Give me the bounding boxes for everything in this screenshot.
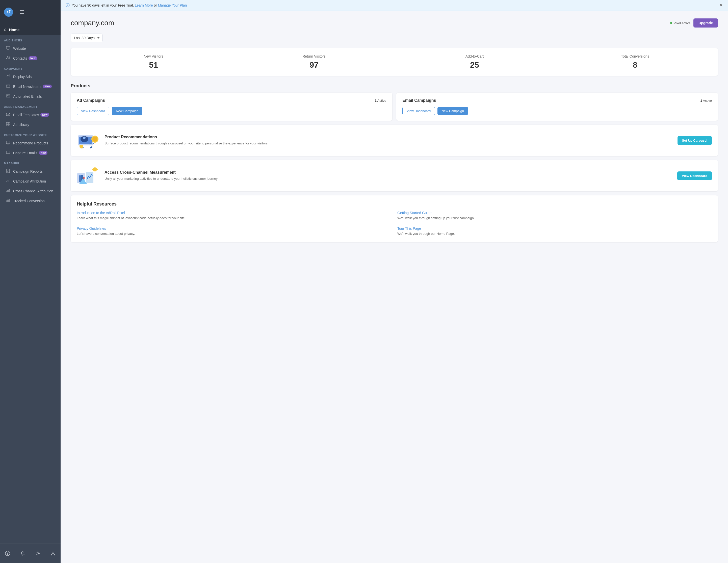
resource-item-3: Tour This Page We'll walk you through ou… — [397, 226, 712, 236]
close-banner-button[interactable]: ✕ — [719, 3, 723, 8]
manage-plan-link[interactable]: Manage Your Plan — [158, 3, 187, 7]
svg-point-23 — [52, 552, 54, 554]
sidebar-cross-channel-label: Cross Channel Attribution — [13, 189, 53, 193]
resource-desc-0: Learn what this magic snippet of javascr… — [77, 216, 391, 220]
trial-banner: ⓘ You have 90 days left in your Free Tri… — [61, 0, 728, 11]
resource-item-0: Introduction to the AdRoll Pixel Learn w… — [77, 211, 391, 220]
resource-link-2[interactable]: Privacy Guidelines — [77, 226, 391, 231]
sidebar-item-campaign-reports[interactable]: Campaign Reports — [2, 167, 59, 176]
products-section-title: Products — [71, 83, 718, 89]
resource-item-2: Privacy Guidelines Let's have a conversa… — [77, 226, 391, 236]
sidebar-item-email-newsletters[interactable]: Email Newsletters New — [2, 82, 59, 91]
sidebar-item-automated-emails[interactable]: Automated Emails — [2, 92, 59, 101]
learn-more-link[interactable]: Learn More — [135, 3, 153, 7]
sidebar-item-home[interactable]: ⌂ Home — [0, 24, 61, 35]
help-icon-button[interactable] — [2, 548, 13, 559]
cross-channel-desc: Unify all your marketing activities to u… — [105, 176, 672, 181]
ad-campaigns-actions: View Dashboard New Campaign — [77, 107, 386, 115]
svg-point-3 — [9, 75, 10, 75]
stat-total-conversions-label: Total Conversions — [560, 54, 710, 58]
upgrade-button[interactable]: Upgrade — [693, 18, 718, 28]
svg-rect-33 — [79, 176, 81, 182]
tracked-conversion-icon — [6, 198, 11, 203]
ad-campaigns-title: Ad Campaigns — [77, 98, 105, 103]
sidebar-item-cross-channel-attribution[interactable]: Cross Channel Attribution — [2, 186, 59, 196]
ad-campaigns-view-dashboard-button[interactable]: View Dashboard — [77, 107, 109, 115]
products-grid: Ad Campaigns 1 Active View Dashboard New… — [71, 93, 718, 121]
resource-link-3[interactable]: Tour This Page — [397, 226, 712, 231]
section-campaigns: CAMPAIGNS — [0, 63, 61, 72]
sidebar-item-campaign-attribution[interactable]: Campaign Attribution — [2, 176, 59, 186]
logo-icon[interactable]: ↺ — [4, 8, 13, 17]
hamburger-button[interactable]: ☰ — [16, 5, 28, 20]
sidebar-item-recommend-products[interactable]: Recommend Products — [2, 138, 59, 148]
svg-rect-11 — [6, 141, 10, 144]
svg-point-29 — [83, 137, 86, 139]
sidebar-email-templates-label: Email Templates — [13, 113, 39, 117]
recommend-products-icon — [6, 141, 11, 145]
capture-emails-icon — [6, 150, 11, 155]
sidebar-item-email-templates[interactable]: Email Templates New — [2, 110, 59, 119]
sidebar-campaign-reports-label: Campaign Reports — [13, 169, 43, 173]
stat-new-visitors-value: 51 — [78, 60, 229, 70]
campaign-reports-icon — [6, 169, 11, 174]
svg-rect-38 — [83, 177, 84, 180]
stat-new-visitors: New Visitors 51 — [78, 54, 229, 70]
cross-channel-card: Access Cross-Channel Measurement Unify a… — [71, 160, 718, 191]
resource-link-0[interactable]: Introduction to the AdRoll Pixel — [77, 211, 391, 215]
email-campaigns-new-campaign-button[interactable]: New Campaign — [437, 107, 468, 115]
sidebar-item-tracked-conversion[interactable]: Tracked Conversion — [2, 196, 59, 206]
email-campaigns-header: Email Campaigns 1 Active — [402, 98, 712, 103]
section-customize: CUSTOMIZE YOUR WEBSITE — [0, 130, 61, 138]
date-range-select[interactable]: Last 30 Days Last 7 Days Last 90 Days La… — [71, 34, 102, 42]
home-icon: ⌂ — [4, 27, 7, 32]
resource-link-1[interactable]: Getting Started Guide — [397, 211, 712, 215]
svg-point-22 — [37, 553, 39, 554]
date-filter: Last 30 Days Last 7 Days Last 90 Days La… — [71, 34, 718, 42]
stat-add-to-cart: Add-to-Cart 25 — [399, 54, 550, 70]
svg-rect-0 — [6, 46, 10, 49]
svg-rect-12 — [6, 151, 10, 153]
sidebar-contacts-label: Contacts — [13, 56, 27, 60]
notifications-icon-button[interactable] — [17, 548, 28, 559]
cross-channel-illustration — [77, 166, 99, 186]
view-dashboard-cross-channel-button[interactable]: View Dashboard — [677, 171, 712, 180]
section-audiences: AUDIENCES — [0, 35, 61, 43]
email-newsletters-badge: New — [43, 85, 52, 88]
sidebar-tracked-conversion-label: Tracked Conversion — [13, 199, 45, 203]
email-campaigns-title: Email Campaigns — [402, 98, 436, 103]
pixel-status: Pixel Active — [670, 21, 690, 25]
sidebar-item-ad-library[interactable]: Ad Library — [2, 120, 59, 129]
cross-channel-attribution-icon — [6, 189, 11, 193]
profile-icon-button[interactable] — [47, 548, 59, 559]
stat-return-visitors-label: Return Visitors — [239, 54, 389, 58]
stat-add-to-cart-value: 25 — [399, 60, 550, 70]
sidebar-ad-library-label: Ad Library — [13, 123, 29, 127]
svg-rect-16 — [9, 189, 10, 192]
sidebar-display-ads-label: Display Ads — [13, 75, 32, 79]
contacts-badge: New — [29, 56, 37, 60]
resources-section: Helpful Resources Introduction to the Ad… — [71, 195, 718, 242]
svg-point-1 — [7, 57, 8, 58]
ad-campaigns-new-campaign-button[interactable]: New Campaign — [112, 107, 142, 115]
product-recommendations-title: Product Recommendations — [105, 135, 672, 139]
settings-icon-button[interactable] — [32, 548, 43, 559]
sidebar-item-website[interactable]: Website — [2, 44, 59, 53]
header-right: Pixel Active Upgrade — [670, 18, 718, 28]
email-campaigns-view-dashboard-button[interactable]: View Dashboard — [402, 107, 435, 115]
resource-desc-3: We'll walk you through our Home Page. — [397, 232, 712, 236]
resources-grid: Introduction to the AdRoll Pixel Learn w… — [77, 211, 712, 236]
email-campaigns-active: 1 Active — [700, 99, 712, 103]
sidebar-item-capture-emails[interactable]: Capture Emails New — [2, 148, 59, 158]
set-up-carousel-button[interactable]: Set Up Carousel — [678, 136, 712, 145]
automated-emails-icon — [6, 94, 11, 99]
email-campaigns-actions: View Dashboard New Campaign — [402, 107, 712, 115]
cross-channel-content: Access Cross-Channel Measurement Unify a… — [105, 170, 672, 181]
ad-campaigns-header: Ad Campaigns 1 Active — [77, 98, 386, 103]
svg-rect-18 — [8, 200, 8, 202]
sidebar-item-contacts[interactable]: Contacts New — [2, 54, 59, 63]
sidebar-item-display-ads[interactable]: Display Ads — [2, 72, 59, 81]
main-area: ⓘ You have 90 days left in your Free Tri… — [61, 0, 728, 563]
svg-rect-7 — [6, 122, 8, 124]
product-recommendations-desc: Surface product recommendations through … — [105, 141, 672, 146]
